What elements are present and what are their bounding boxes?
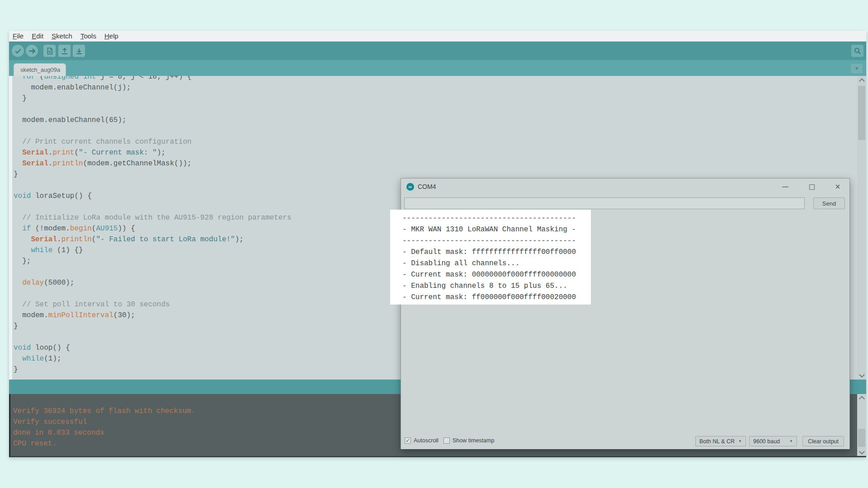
code-line <box>14 126 856 136</box>
window-title: COM4 <box>418 183 436 190</box>
new-icon[interactable] <box>43 45 56 57</box>
autoscroll-label: Autoscroll <box>414 437 439 444</box>
menu-item-sketch[interactable]: Sketch <box>52 32 72 40</box>
serial-output-line: - Disabling all channels... <box>402 258 576 269</box>
autoscroll-checkbox[interactable]: ✓ <box>405 437 411 444</box>
serial-output-line: ---------------------------------------- <box>402 213 576 224</box>
scroll-down-icon[interactable] <box>857 371 866 379</box>
scroll-down-icon[interactable] <box>857 447 866 455</box>
editor-scrollbar[interactable] <box>857 76 866 380</box>
code-line <box>14 104 856 115</box>
check-icon: ✓ <box>406 437 410 444</box>
menu-item-edit[interactable]: Edit <box>32 32 43 40</box>
serial-output-line: - Current mask: ff000000f000ffff00020000 <box>402 292 576 303</box>
console-line: done in 0.033 seconds <box>13 427 195 438</box>
code-line: } <box>14 93 856 104</box>
verify-icon[interactable] <box>12 45 24 57</box>
menu-item-help[interactable]: Help <box>104 32 118 40</box>
console-line: Verify successful <box>13 417 195 427</box>
serial-monitor-icon[interactable] <box>851 45 863 57</box>
upload-icon[interactable] <box>26 45 38 57</box>
code-line: for (unsigned int j = 8; j < 16; j++) { <box>14 76 856 82</box>
scroll-up-icon[interactable] <box>857 394 866 403</box>
editor-gutter <box>9 76 12 380</box>
toolbar <box>9 42 866 60</box>
serial-bottom-bar: ✓ Autoscroll ✓ Show timestamp Both NL & … <box>401 433 849 449</box>
serial-output-line: ---------------------------------------- <box>402 235 576 247</box>
maximize-button[interactable]: □ <box>806 180 818 193</box>
serial-output-line: - Default mask: ffffffffffffffff00ff0000 <box>402 247 576 258</box>
code-line: modem.enableChannel(j); <box>14 82 856 93</box>
menu-item-file[interactable]: File <box>13 32 24 40</box>
open-icon[interactable] <box>58 45 71 57</box>
console-line: CPU reset. <box>13 438 195 449</box>
show-timestamp-label: Show timestamp <box>453 437 494 444</box>
serial-output-highlight: ----------------------------------------… <box>390 210 591 305</box>
serial-titlebar[interactable]: ∞ COM4 — □ × <box>401 178 849 195</box>
tab-label: sketch_aug09a <box>20 66 60 73</box>
baud-rate-value: 9600 baud <box>753 438 780 445</box>
chevron-down-icon: ▼ <box>738 439 742 443</box>
show-timestamp-checkbox[interactable]: ✓ <box>443 437 450 444</box>
line-ending-dropdown[interactable]: Both NL & CR ▼ <box>695 436 746 446</box>
code-line: // Print current channels configuration <box>14 136 856 147</box>
arduino-logo-icon: ∞ <box>406 183 414 191</box>
close-button[interactable]: × <box>831 180 844 193</box>
code-line: Serial.println(modem.getChannelMask()); <box>14 158 856 169</box>
tab-sketch[interactable]: sketch_aug09a <box>14 63 66 76</box>
tab-list-dropdown-button[interactable]: ▼ <box>851 64 863 73</box>
serial-output-line: - MKR WAN 1310 LoRaWAN Channel Masking - <box>402 224 576 235</box>
console-output: Verify 36924 bytes of flash with checksu… <box>13 406 195 449</box>
console-scroll-thumb[interactable] <box>858 429 865 447</box>
code-line: Serial.print("- Current mask: "); <box>14 147 856 158</box>
menu-bar: FileEditSketchToolsHelp <box>9 31 866 42</box>
menu-item-tools[interactable]: Tools <box>80 32 96 40</box>
minimize-button[interactable]: — <box>779 180 792 193</box>
code-line: modem.enableChannel(65); <box>14 115 856 126</box>
send-button[interactable]: Send <box>813 197 845 209</box>
serial-output-line: - Enabling channels 8 to 15 plus 65... <box>402 281 576 292</box>
save-icon[interactable] <box>73 45 85 57</box>
line-ending-value: Both NL & CR <box>699 438 735 445</box>
clear-output-button[interactable]: Clear output <box>802 436 844 446</box>
editor-scroll-thumb[interactable] <box>858 86 865 140</box>
console-scrollbar[interactable] <box>857 394 866 456</box>
serial-output-text: ----------------------------------------… <box>402 213 576 303</box>
baud-rate-dropdown[interactable]: 9600 baud ▼ <box>749 436 797 446</box>
scroll-up-icon[interactable] <box>857 77 866 85</box>
serial-send-input[interactable] <box>404 197 805 209</box>
tab-bar: sketch_aug09a ▼ <box>9 60 866 76</box>
serial-output-line: - Current mask: 00000000f000ffff00000000 <box>402 269 576 281</box>
chevron-down-icon: ▼ <box>789 439 793 443</box>
console-line: Verify 36924 bytes of flash with checksu… <box>13 406 195 417</box>
